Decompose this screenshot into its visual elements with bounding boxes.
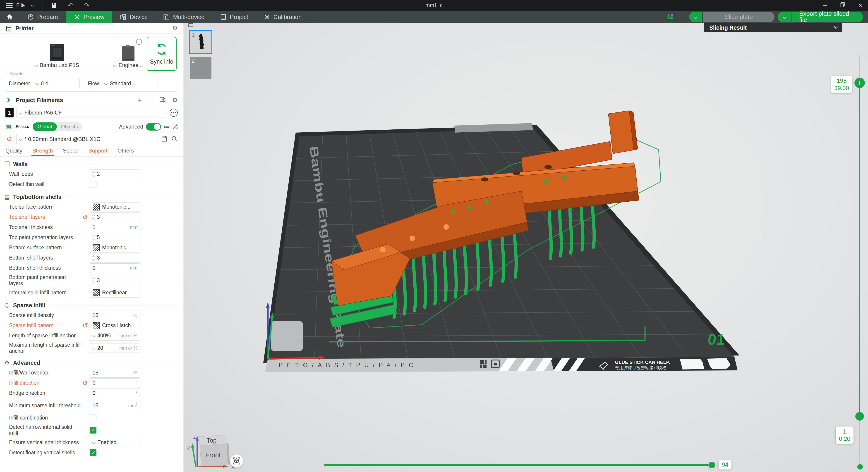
diameter-select[interactable]: 0.4	[33, 79, 80, 88]
ensure-vertical-shell-select[interactable]: Enabled	[90, 438, 140, 447]
reset-preset-icon[interactable]: ↺	[5, 136, 13, 142]
tab-project[interactable]: Project	[212, 11, 256, 23]
sparse-density-input[interactable]: 15 %	[90, 311, 140, 320]
filament-slot-badge: 1	[5, 108, 13, 117]
tab-prepare[interactable]: Prepare	[20, 11, 66, 23]
tab-others[interactable]: Others	[118, 147, 134, 156]
menu-icon[interactable]	[6, 3, 13, 8]
bottom-shell-thickness-input[interactable]: 0 mm	[90, 263, 140, 273]
infill-direction-input[interactable]: 0 °	[90, 378, 140, 388]
tab-strength[interactable]: Strength	[32, 147, 53, 156]
slice-dropdown-button[interactable]	[689, 12, 702, 22]
save-icon[interactable]	[51, 2, 57, 9]
viewport-3d[interactable]: Bambu Engineering Plate PETG/ABS/TPU/PA/…	[184, 23, 868, 472]
close-button[interactable]: ✕	[858, 2, 863, 9]
detect-floating-shells-checkbox[interactable]	[90, 449, 96, 456]
min-sparse-threshold-input[interactable]: 15 mm2	[90, 401, 140, 410]
tab-multi-device[interactable]: Multi-device	[155, 11, 212, 23]
remove-filament-button[interactable]: −	[149, 96, 153, 104]
tab-preview[interactable]: Preview	[66, 11, 112, 23]
tab-quality[interactable]: Quality	[5, 147, 23, 156]
top-shell-layers-input[interactable]: 3	[90, 212, 140, 222]
sparse-pattern-select[interactable]: Cross Hatch	[90, 321, 140, 330]
project-icon	[220, 13, 227, 20]
home-button[interactable]	[0, 13, 20, 21]
param-list-icon[interactable]: ≔	[164, 123, 170, 131]
search-icon[interactable]	[171, 135, 178, 143]
view-options-button[interactable]	[230, 454, 243, 468]
spinner-arrows[interactable]	[93, 235, 95, 240]
filament-edit-button[interactable]: •••	[169, 109, 178, 117]
printer-section-header: Printer ⚙	[0, 23, 183, 34]
internal-solid-pattern-select[interactable]: Rectilinear	[90, 288, 140, 298]
revert-icon[interactable]: ↺	[82, 379, 88, 387]
preset-name: * 0.20mm Standard @BBL X1C	[25, 136, 100, 142]
add-pause-button[interactable]: +	[855, 78, 865, 88]
tab-speed[interactable]: Speed	[63, 147, 78, 156]
infill-wall-overlap-input[interactable]: 15 %	[90, 368, 140, 378]
spinner-arrows[interactable]	[93, 278, 95, 283]
redo-icon[interactable]: ↷	[84, 2, 89, 9]
detect-thin-wall-checkbox[interactable]	[90, 181, 96, 188]
layer-slider-range[interactable]	[859, 84, 860, 416]
save-preset-icon[interactable]	[161, 135, 168, 143]
setting-row-top-shell-thickness: Top shell thickness 1 mm	[0, 222, 183, 232]
export-plate-sliced-file-button[interactable]: Export plate sliced file	[792, 12, 863, 22]
minimize-button[interactable]: ─	[823, 2, 827, 9]
filament-gear-icon[interactable]: ⚙	[172, 96, 178, 104]
bottom-shell-layers-input[interactable]: 3	[90, 253, 140, 263]
printer-select-chevron[interactable]	[34, 63, 38, 67]
add-filament-button[interactable]: ＋	[136, 96, 143, 105]
sparse-anchor-max-select[interactable]: 20 mm or %	[90, 343, 140, 353]
scope-toggle[interactable]: Global Objects	[33, 123, 82, 131]
tab-device[interactable]: Device	[112, 11, 155, 23]
move-slider-handle[interactable]	[708, 461, 716, 469]
layer-slider-end-dot[interactable]	[857, 464, 863, 470]
top-shell-thickness-input[interactable]: 1 mm	[90, 223, 140, 232]
top-paint-layers-input[interactable]: 5	[90, 233, 140, 242]
bottom-paint-layers-input[interactable]: 3	[90, 276, 140, 285]
filament-select[interactable]: Fiberon PA6-CF	[16, 108, 167, 117]
spinner-arrows[interactable]	[93, 172, 95, 177]
plate-thumbnail-1[interactable]: 1	[189, 30, 212, 54]
revert-icon[interactable]: ↺	[82, 322, 88, 329]
detect-narrow-infill-checkbox[interactable]	[90, 427, 96, 434]
sparse-anchor-select[interactable]: 400% mm or %	[90, 331, 140, 341]
layer-slider[interactable]: + 195 39.00 1 0.20	[855, 55, 864, 467]
collapse-icon[interactable]	[834, 27, 837, 29]
revert-icon[interactable]: ↺	[82, 213, 88, 221]
spinner-arrows[interactable]	[93, 256, 95, 261]
spinner-arrows[interactable]	[93, 215, 95, 220]
info-icon[interactable]: i	[136, 39, 142, 45]
nav-cube[interactable]: Top Front z y x	[187, 434, 235, 470]
sync-info-button[interactable]: Sync info	[147, 37, 177, 71]
maximize-button[interactable]	[839, 2, 845, 9]
flow-select[interactable]: Standard	[102, 79, 158, 88]
infill-combination-checkbox[interactable]	[90, 414, 96, 421]
slicing-result-bar[interactable]: Slicing Result	[704, 23, 842, 32]
tab-support[interactable]: Support	[89, 147, 107, 156]
undo-icon[interactable]: ↶	[68, 2, 73, 9]
slicer-settings-icon[interactable]	[666, 13, 674, 21]
top-surface-pattern-select[interactable]: Monotonic...	[90, 202, 140, 212]
build-plate-card[interactable]: i Enginee...	[113, 37, 144, 71]
filament-sync-icon[interactable]	[159, 96, 166, 104]
printer-card[interactable]: Bambu Lab P1S	[4, 37, 110, 71]
printer-gear-icon[interactable]: ⚙	[172, 25, 178, 32]
plate-list-icon[interactable]	[188, 23, 193, 27]
document-title: mm1_c	[0, 2, 868, 8]
advanced-toggle[interactable]	[146, 123, 161, 131]
file-menu[interactable]: File	[16, 2, 25, 8]
export-dropdown-button[interactable]	[778, 12, 791, 22]
layer-slider-bottom-handle[interactable]	[855, 412, 864, 420]
preset-select[interactable]: * 0.20mm Standard @BBL X1C	[16, 134, 158, 144]
bottom-surface-pattern-select[interactable]: Monotonic	[90, 243, 140, 252]
move-slider[interactable]: 94	[324, 461, 732, 470]
plate-select-chevron[interactable]	[113, 63, 117, 67]
plate-thumbnail-2[interactable]: 2	[190, 57, 212, 79]
compare-preset-icon[interactable]: ⤨	[173, 123, 178, 131]
chevron-down-icon[interactable]	[31, 3, 34, 7]
bridge-direction-input[interactable]: 0 °	[90, 389, 140, 398]
tab-calibration[interactable]: Calibration	[256, 11, 309, 23]
wall-loops-input[interactable]: 2	[90, 169, 140, 179]
